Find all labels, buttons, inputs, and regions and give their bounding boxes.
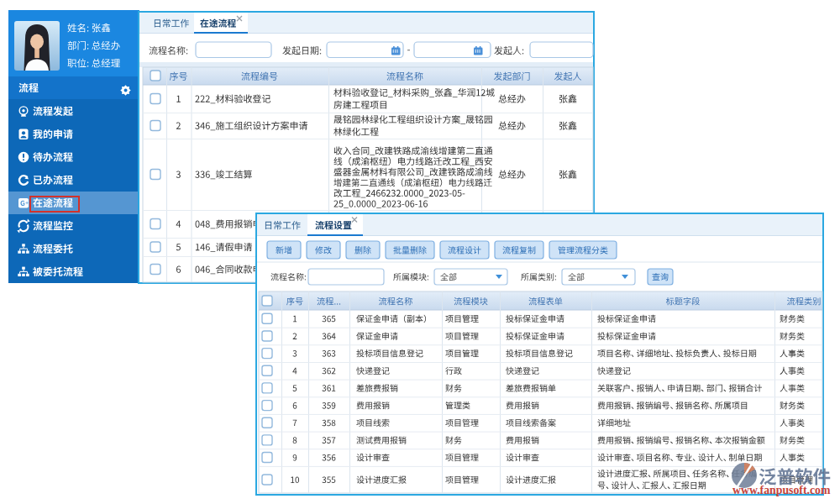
svg-text:www.fanpusoft.com: www.fanpusoft.com (732, 484, 831, 496)
